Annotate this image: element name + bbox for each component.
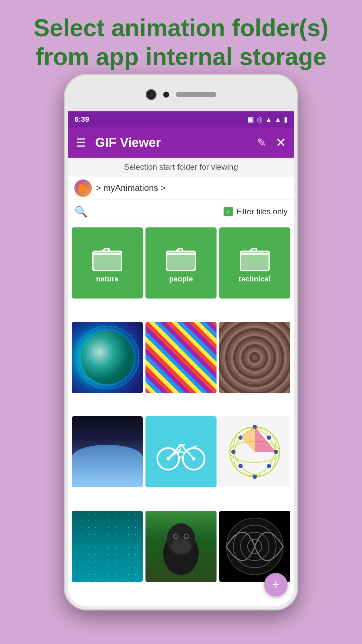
speaker-grille [176,92,216,97]
underwater-dots [72,511,143,582]
page-header: Select animation folder(s) from app inte… [0,13,362,71]
folder-nature-label: nature [96,275,118,283]
image-spiral[interactable] [219,511,290,582]
status-icons: ▣ ◎ ▲ ▲ ▮ [248,115,288,123]
breadcrumb[interactable]: > myAnimations > [68,176,294,200]
location-icon: ◎ [257,115,262,123]
phone-inner: 6:39 ▣ ◎ ▲ ▲ ▮ ☰ GIF Viewer ✎ ✕ Selectio… [68,78,294,606]
wireframe-svg [219,416,290,487]
svg-line-14 [192,446,197,447]
svg-point-26 [253,475,257,479]
search-icon: 🔍 [74,205,88,218]
folder-technical-icon [240,245,270,271]
app-bar: ☰ GIF Viewer ✎ ✕ [68,127,294,158]
spiral-svg [219,511,290,582]
header-line2: from app internal storage [13,42,349,71]
svg-rect-3 [167,254,195,271]
filter-label: Filter files only [236,207,288,216]
wifi-icon: ▲ [265,116,272,123]
grid-content: nature people [68,223,294,606]
folder-people[interactable]: people [145,227,217,299]
image-globe[interactable] [72,322,143,393]
image-wireframe[interactable] [219,416,290,487]
app-bar-title: GIF Viewer [95,136,248,150]
svg-point-37 [175,535,177,537]
signal-icon: ▲ [275,116,281,123]
svg-point-25 [267,464,271,468]
notification-icon: ▣ [248,115,254,123]
bicycle-svg [153,423,209,480]
phone-frame: 6:39 ▣ ◎ ▲ ▲ ▮ ☰ GIF Viewer ✎ ✕ Selectio… [64,74,298,610]
svg-rect-1 [93,254,122,271]
folder-technical-label: technical [239,275,270,283]
subtitle-bar: Selection start folder for viewing [68,158,294,176]
image-gorilla[interactable] [145,511,217,582]
search-bar: 🔍 ✓ Filter files only [68,200,294,223]
svg-point-27 [238,464,243,468]
folder-people-label: people [169,275,193,283]
image-earth-space[interactable] [72,416,143,487]
image-underwater[interactable] [72,511,143,582]
subtitle-text: Selection start folder for viewing [124,162,238,172]
breadcrumb-path: > myAnimations > [96,183,166,193]
folder-technical[interactable]: technical [219,227,290,299]
camera-lens [146,89,157,100]
battery-icon: ▮ [284,115,288,123]
camera-sensor [163,92,169,98]
filter-checkbox[interactable]: ✓ [224,207,233,216]
status-bar: 6:39 ▣ ◎ ▲ ▲ ▮ [68,111,294,127]
globe-ring [75,325,139,389]
menu-icon[interactable]: ☰ [76,136,86,149]
earth-curve [72,445,143,487]
header-line1: Select animation folder(s) [13,13,349,42]
folder-people-icon [166,245,196,271]
close-icon[interactable]: ✕ [276,135,286,150]
svg-marker-30 [255,427,276,452]
camera-area [68,78,294,111]
add-icon: + [272,577,280,592]
folder-nature-icon [92,245,122,271]
image-bicycle[interactable] [145,416,217,487]
svg-point-28 [231,450,236,454]
filter-area[interactable]: ✓ Filter files only [224,207,288,216]
fab-button[interactable]: + [264,573,288,596]
status-time: 6:39 [74,115,89,124]
gorilla-svg [145,511,217,582]
svg-point-38 [185,535,188,537]
breadcrumb-avatar [74,179,92,197]
svg-rect-5 [240,254,269,271]
screen: 6:39 ▣ ◎ ▲ ▲ ▮ ☰ GIF Viewer ✎ ✕ Selectio… [68,111,294,606]
svg-point-34 [171,538,191,554]
play-triangle-icon [79,183,87,193]
image-optical[interactable] [145,322,217,393]
svg-point-23 [267,435,271,440]
pencil-icon[interactable]: ✎ [257,136,266,149]
image-brown-pattern[interactable] [219,322,290,393]
folder-nature[interactable]: nature [72,227,143,299]
